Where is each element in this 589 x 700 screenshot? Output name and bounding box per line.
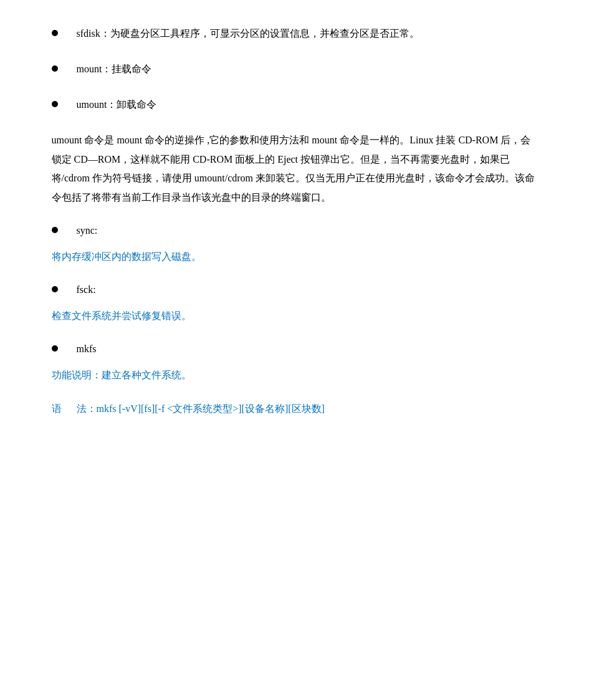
bullet-item-sync: sync: <box>52 222 538 240</box>
bullet-dot-mount <box>52 65 58 72</box>
bullet-text-mkfs: mkfs <box>77 340 97 358</box>
sync-description: 将内存缓冲区内的数据写入磁盘。 <box>52 247 538 266</box>
bullet-text-fsck: fsck: <box>77 281 96 299</box>
syntax-label: 语 法：mkfs [-vV][fs][-f <文件系统类型>][设备名称][区块… <box>52 403 325 414</box>
bullet-text-sync: sync: <box>77 222 98 240</box>
bullet-item-mount: mount：挂载命令 <box>52 60 538 79</box>
bullet-dot-sync <box>52 227 58 233</box>
bullet-item-mkfs: mkfs <box>52 340 538 358</box>
bullet-item-umount: umount：卸载命令 <box>52 96 538 114</box>
bullet-text-umount: umount：卸载命令 <box>77 96 157 114</box>
umount-paragraph: umount 命令是 mount 命令的逆操作 ,它的参数和使用方法和 moun… <box>52 131 538 207</box>
bullet-dot-mkfs <box>52 345 58 352</box>
mkfs-function-desc: 功能说明：建立各种文件系统。 <box>52 366 538 385</box>
bullet-item-fsck: fsck: <box>52 281 538 299</box>
fsck-description: 检查文件系统并尝试修复错误。 <box>52 307 538 325</box>
bullet-dot-umount <box>52 101 58 107</box>
bullet-item-sfdisk: sfdisk：为硬盘分区工具程序，可显示分区的设置信息，并检查分区是否正常。 <box>52 25 538 43</box>
bullet-dot-sfdisk <box>52 30 58 36</box>
bullet-text-sfdisk: sfdisk：为硬盘分区工具程序，可显示分区的设置信息，并检查分区是否正常。 <box>77 25 419 43</box>
bullet-text-mount: mount：挂载命令 <box>77 60 152 79</box>
main-content: sfdisk：为硬盘分区工具程序，可显示分区的设置信息，并检查分区是否正常。 m… <box>52 25 538 418</box>
bullet-dot-fsck <box>52 286 58 292</box>
mkfs-syntax-line: 语 法：mkfs [-vV][fs][-f <文件系统类型>][设备名称][区块… <box>52 400 538 418</box>
